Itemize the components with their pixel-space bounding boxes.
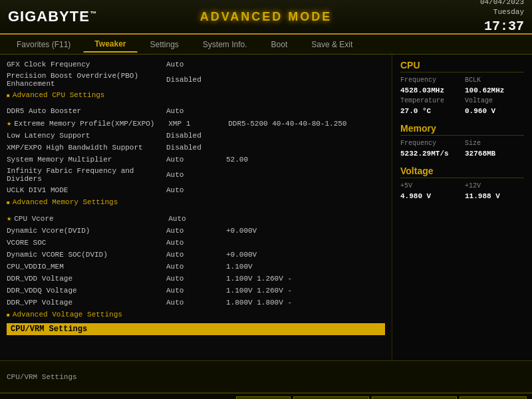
header: GIGABYTE™ ADVANCED MODE 04/04/2023 Tuesd…	[0, 0, 532, 35]
section-advanced-cpu[interactable]: Advanced CPU Settings	[7, 89, 385, 100]
list-item[interactable]: ★ Extreme Memory Profile(XMP/EXPO) XMP 1…	[7, 117, 385, 130]
list-item[interactable]: Infinity Fabric Frequency and Dividers A…	[7, 166, 385, 184]
list-item[interactable]: DDR_VDD Voltage Auto 1.100V 1.260V -	[7, 273, 385, 285]
list-item[interactable]: CPU_VDDIO_MEM Auto 1.100V	[7, 261, 385, 273]
mem-size-label: Size	[465, 140, 524, 147]
star-icon: ★	[7, 213, 11, 223]
cpu-freq-val: 4528.03MHz	[400, 86, 460, 94]
section-advanced-voltage[interactable]: Advanced Voltage Settings	[7, 309, 385, 319]
list-item[interactable]: UCLK DIV1 MODE Auto	[7, 184, 385, 196]
cpu-temp-label: Temperature	[400, 97, 460, 104]
voltage-info-section: Voltage +5V +12V 4.980 V 11.988 V	[400, 166, 524, 200]
mode-title: ADVANCED MODE	[200, 10, 332, 24]
list-item[interactable]: DDR_VDDQ Voltage Auto 1.100V 1.260V -	[7, 285, 385, 297]
mem-freq-val: 5232.29MT/s	[400, 150, 460, 158]
footer: Help (F1) Easy Mode (F2) Smart Fan 6 (F6…	[0, 392, 532, 399]
bottom-desc: CPU/VRM Settings	[7, 373, 77, 381]
star-icon: ★	[7, 118, 11, 128]
selected-item-label: CPU/VRM Settings	[11, 325, 87, 334]
bottom-info-bar: CPU/VRM Settings	[0, 360, 532, 392]
v12-label: +12V	[465, 182, 524, 190]
selected-item-bar[interactable]: CPU/VRM Settings	[7, 323, 385, 335]
easy-mode-button[interactable]: Easy Mode (F2)	[293, 396, 369, 399]
memory-title: Memory	[400, 123, 524, 136]
v12-val: 11.988 V	[465, 192, 524, 200]
cpu-title: CPU	[400, 60, 524, 72]
tab-tweaker[interactable]: Tweaker	[83, 36, 137, 53]
memory-info-section: Memory Frequency Size 5232.29MT/s 32768M…	[400, 123, 524, 158]
mem-size-val: 32768MB	[465, 150, 524, 158]
list-item[interactable]: GFX Clock Frequency Auto	[7, 59, 385, 70]
mem-freq-label: Frequency	[400, 140, 460, 147]
list-item[interactable]: DDR5 Auto Booster Auto	[7, 105, 385, 117]
voltage-title: Voltage	[400, 166, 524, 178]
main-content: GFX Clock Frequency Auto Precision Boost…	[0, 55, 532, 360]
date-display: 04/04/2023 Tuesday	[480, 0, 524, 17]
tab-favorites[interactable]: Favorites (F11)	[5, 37, 82, 53]
day-value: Tuesday	[493, 8, 524, 16]
cpu-info-grid: Frequency BCLK 4528.03MHz 100.62MHz Temp…	[400, 76, 524, 115]
list-item[interactable]: Dynamic Vcore(DVID) Auto +0.000V	[7, 225, 385, 237]
tab-settings[interactable]: Settings	[139, 37, 190, 53]
list-item[interactable]: Precision Boost Overdrive(PBO) Enhanceme…	[7, 70, 385, 89]
cpu-bclk-val: 100.62MHz	[465, 86, 524, 94]
memory-info-grid: Frequency Size 5232.29MT/s 32768MB	[400, 140, 524, 158]
cpu-info-section: CPU Frequency BCLK 4528.03MHz 100.62MHz …	[400, 60, 524, 115]
tab-boot[interactable]: Boot	[260, 37, 299, 53]
v5-label: +5V	[400, 182, 460, 190]
settings-panel[interactable]: GFX Clock Frequency Auto Precision Boost…	[0, 55, 392, 360]
list-item[interactable]: VCORE SOC Auto	[7, 237, 385, 249]
qflash-button[interactable]: Q-Flash (F8)	[460, 396, 527, 399]
time-display: 17:37	[480, 17, 524, 36]
smart-fan-button[interactable]: Smart Fan 6 (F6)	[372, 396, 457, 399]
tab-system-info[interactable]: System Info.	[192, 37, 259, 53]
cpu-freq-label: Frequency	[400, 76, 460, 84]
logo-sup: ™	[90, 10, 97, 17]
cpu-bclk-label: BCLK	[465, 76, 524, 84]
list-item[interactable]: DDR_VPP Voltage Auto 1.800V 1.800V -	[7, 297, 385, 309]
list-item[interactable]: Low Latency Support Disabled	[7, 130, 385, 142]
help-button[interactable]: Help (F1)	[236, 396, 290, 399]
cpu-volt-val: 0.960 V	[465, 107, 524, 115]
cpu-temp-val: 27.0 °C	[400, 107, 460, 115]
tab-save-exit[interactable]: Save & Exit	[300, 37, 364, 53]
list-item[interactable]: ★ CPU Vcore Auto	[7, 212, 385, 225]
voltage-info-grid: +5V +12V 4.980 V 11.988 V	[400, 182, 524, 200]
date-value: 04/04/2023	[480, 0, 524, 6]
list-item[interactable]: XMP/EXPO High Bandwidth Support Disabled	[7, 142, 385, 154]
cpu-volt-label: Voltage	[465, 97, 524, 104]
v5-val: 4.980 V	[400, 192, 460, 200]
nav-tabs: Favorites (F11) Tweaker Settings System …	[0, 35, 532, 55]
system-info-panel: CPU Frequency BCLK 4528.03MHz 100.62MHz …	[392, 55, 532, 360]
list-item[interactable]: Dynamic VCORE SOC(DVID) Auto +0.000V	[7, 249, 385, 261]
list-item[interactable]: System Memory Multiplier Auto 52.00	[7, 154, 385, 166]
logo-text: GIGABYTE	[8, 8, 90, 25]
datetime-display: 04/04/2023 Tuesday 17:37	[480, 0, 524, 36]
gigabyte-logo: GIGABYTE™	[8, 8, 97, 25]
section-advanced-memory[interactable]: Advanced Memory Settings	[7, 196, 385, 207]
